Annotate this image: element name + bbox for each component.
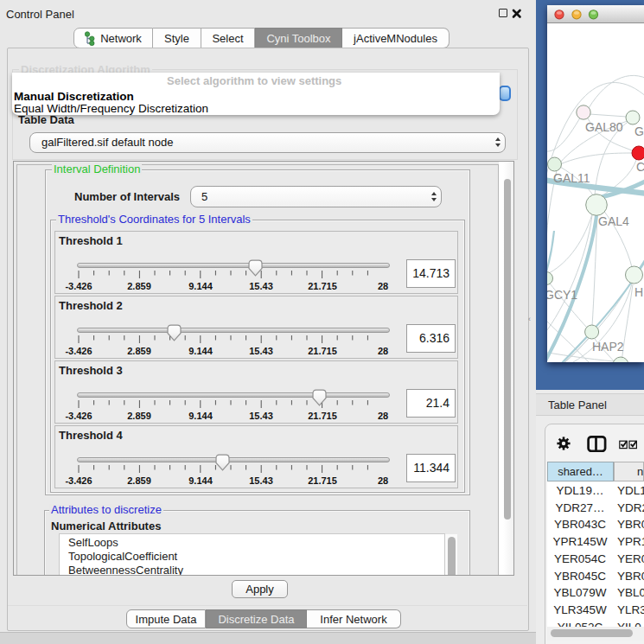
svg-text:G.: G. <box>634 124 644 138</box>
svg-text:GCY1: GCY1 <box>547 288 577 302</box>
svg-text:C: C <box>636 160 644 174</box>
svg-text:HAP2: HAP2 <box>592 340 624 354</box>
svg-text:GAL80: GAL80 <box>585 120 623 134</box>
svg-text:GAL4: GAL4 <box>598 214 629 228</box>
svg-text:GAL11: GAL11 <box>553 171 590 185</box>
svg-text:H: H <box>634 285 643 299</box>
